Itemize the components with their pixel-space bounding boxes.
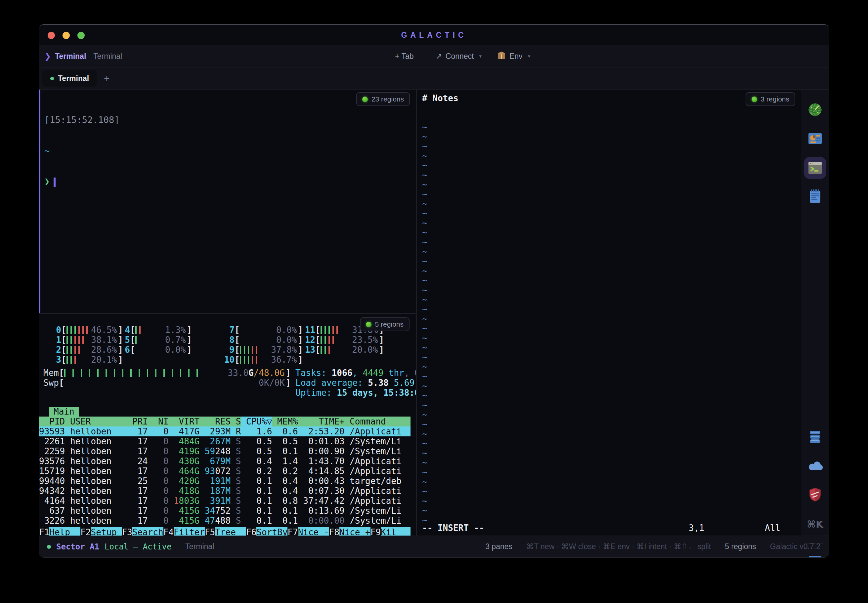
process-row[interactable]: 94342helloben170418G187MS0.10.40:07.30/A… <box>39 486 411 496</box>
fkey-label-F7[interactable]: Nice - <box>298 527 329 536</box>
connect-label: Connect <box>446 52 474 61</box>
cpu-meter-9: 9[37.8%] <box>219 345 303 355</box>
sidebar-settings-monitor-icon[interactable] <box>808 555 822 558</box>
fkey-label-F4[interactable]: Filter <box>174 527 205 536</box>
vim-tilde-line: ~ <box>422 199 459 209</box>
sidebar-shield-icon[interactable] <box>808 487 822 502</box>
sidebar-cloud-icon[interactable] <box>808 460 823 472</box>
fkey-label-F3[interactable]: Search <box>132 527 163 536</box>
menu-divider <box>426 51 426 61</box>
green-dot-icon <box>752 97 757 102</box>
add-tab-button[interactable]: + <box>104 70 110 87</box>
fkey-F2[interactable]: F2 <box>81 527 91 536</box>
sidebar-cmdk-shortcut[interactable]: ⌘K <box>807 519 823 530</box>
sidebar-database-icon[interactable] <box>808 430 822 444</box>
tasks-line: Tasks: 1066, 4449 thr, 0 kthr; 3 <box>295 368 416 378</box>
tab-status-dot <box>50 77 54 80</box>
active-pane-indicator <box>39 90 40 313</box>
process-row[interactable]: 93576helloben240430G679MS0.41.41:43.70/A… <box>39 456 411 466</box>
notes-pane[interactable]: # Notes ~~~~~~~~~~~~~~~~~~~~~~~~~~~~~~~~… <box>417 90 801 536</box>
cpu-meter-7: 7[0.0%] <box>219 325 303 335</box>
process-row[interactable]: 15719helloben170464G93072S0.20.24:14.85/… <box>39 466 411 476</box>
connect-menu[interactable]: ↗ Connect ▾ <box>436 52 482 61</box>
close-button[interactable] <box>48 32 55 39</box>
fkey-F8[interactable]: F8 <box>329 527 339 536</box>
fkey-label-F8[interactable]: Nice + <box>339 527 370 536</box>
fkey-label-F2[interactable]: Setup <box>91 527 122 536</box>
vim-tilde-line: ~ <box>422 467 459 477</box>
cpu-meter-12: 12[23.5%] <box>300 335 384 345</box>
cpu-meter-3: 3[20.1%] <box>46 355 123 365</box>
new-tab-button[interactable]: + Tab <box>395 52 414 61</box>
fkey-F9[interactable]: F9 <box>370 527 381 536</box>
vim-tilde-line: ~ <box>422 237 459 247</box>
regions-count: 5 regions <box>725 542 756 551</box>
fkey-F6[interactable]: F6 <box>246 527 256 536</box>
fkey-label-F5[interactable]: Tree <box>215 527 246 536</box>
notes-buffer: # Notes ~~~~~~~~~~~~~~~~~~~~~~~~~~~~~~~~… <box>422 94 459 525</box>
sidebar-globe-icon[interactable] <box>808 102 822 117</box>
htop-pane[interactable]: 0[46.5%]1[38.1%]2[28.6%]3[20.1%]4[1.3%]5… <box>39 313 416 536</box>
vim-tilde-line: ~ <box>422 353 459 362</box>
vim-tilde-line: ~ <box>422 400 459 410</box>
vim-tilde-line: ~ <box>422 132 459 141</box>
sidebar: ⌘K <box>801 90 829 536</box>
process-row[interactable]: 4164helloben1701803G391MS0.10.837:47.42/… <box>39 496 411 506</box>
vim-tilde-line: ~ <box>422 506 459 515</box>
cpu-meter-1: 1[38.1%] <box>46 335 123 345</box>
regions-badge-htop[interactable]: 5 regions <box>360 317 409 331</box>
sector-label: Sector A1 <box>56 542 99 552</box>
tabstrip: Terminal + <box>39 67 829 90</box>
sidebar-terminal-icon[interactable] <box>808 161 822 175</box>
vim-tilde-line: ~ <box>422 151 459 161</box>
context-label: Terminal <box>185 542 214 551</box>
titlebar: GALACTIC <box>39 25 829 45</box>
process-row[interactable]: 2259helloben170419G59248S0.50.10:00.90/S… <box>39 446 411 456</box>
cpu-meter-8: 8[0.0%] <box>219 335 303 345</box>
regions-badge-notes[interactable]: 3 regions <box>746 92 795 106</box>
cpu-meter-4: 4[1.3%] <box>115 325 192 335</box>
shell-pane[interactable]: [15:15:52.108] ~ ❯ 23 regions <box>39 90 416 313</box>
process-row[interactable]: 2261helloben170484G267MS0.50.50:01.03/Sy… <box>39 436 411 446</box>
fkey-F5[interactable]: F5 <box>205 527 215 536</box>
vim-tilde-line: ~ <box>422 141 459 151</box>
fkey-F3[interactable]: F3 <box>122 527 132 536</box>
cpu-meter-10: 10[36.7%] <box>219 355 303 365</box>
cpu-meter-13: 13[20.0%] <box>300 345 384 355</box>
env-menu[interactable]: Env ▾ <box>497 51 530 62</box>
vim-tilde-line: ~ <box>422 266 459 276</box>
chevron-down-icon: ▾ <box>479 53 482 59</box>
process-row[interactable]: 3226helloben170415G47488S0.10.10:00.00/S… <box>39 516 411 526</box>
vim-tilde-line: ~ <box>422 218 459 228</box>
vim-tilde-line: ~ <box>422 391 459 400</box>
cpu-meter-6: 6[0.0%] <box>115 345 192 355</box>
statusbar-right: 3 panes ⌘T new · ⌘W close · ⌘E env · ⌘I … <box>485 542 829 551</box>
fkey-label-F1[interactable]: Help <box>49 527 81 536</box>
process-row[interactable]: 99440helloben250420G191MS0.10.40:00.43ta… <box>39 476 411 486</box>
fkey-F7[interactable]: F7 <box>287 527 298 536</box>
menubar-right: + Tab ↗ Connect ▾ Env ▾ <box>395 45 530 67</box>
menu-item-terminal[interactable]: Terminal <box>93 52 122 61</box>
regions-badge-shell[interactable]: 23 regions <box>356 92 410 106</box>
fkey-F1[interactable]: F1 <box>39 527 49 536</box>
sidebar-notepad-icon[interactable] <box>808 189 822 203</box>
fkey-label-F6[interactable]: SortBy <box>256 527 287 536</box>
zoom-button[interactable] <box>78 32 85 39</box>
table-header[interactable]: PIDUSERPRINIVIRTRESSCPU%▽MEM%TIME+Comman… <box>39 416 411 427</box>
env-label: Env <box>510 52 522 61</box>
tab-terminal[interactable]: Terminal <box>42 70 97 87</box>
sidebar-dashboard-icon[interactable] <box>808 132 822 145</box>
htop-main-tab[interactable]: Main <box>49 407 79 416</box>
menu-item-terminal-active[interactable]: Terminal <box>55 52 86 61</box>
cpu-meter-5: 5[0.7%] <box>115 335 192 345</box>
process-row-selected[interactable]: 93593helloben170417G293MR1.60.62:53.20/A… <box>39 427 411 436</box>
fkey-label-F9[interactable]: Kil <box>381 527 411 536</box>
fkey-F4[interactable]: F4 <box>163 527 174 536</box>
mem-meter: Mem[33.0G/48.0G] <box>43 368 291 378</box>
minimize-button[interactable] <box>62 32 70 39</box>
vim-tilde-line: ~ <box>422 324 459 333</box>
vim-tilde-line: ~ <box>422 381 459 391</box>
vim-mode: -- INSERT -- <box>422 523 484 533</box>
process-row[interactable]: 637helloben170415G34752S0.10.10:13.69/Sy… <box>39 506 411 516</box>
vim-tilde-line: ~ <box>422 419 459 429</box>
